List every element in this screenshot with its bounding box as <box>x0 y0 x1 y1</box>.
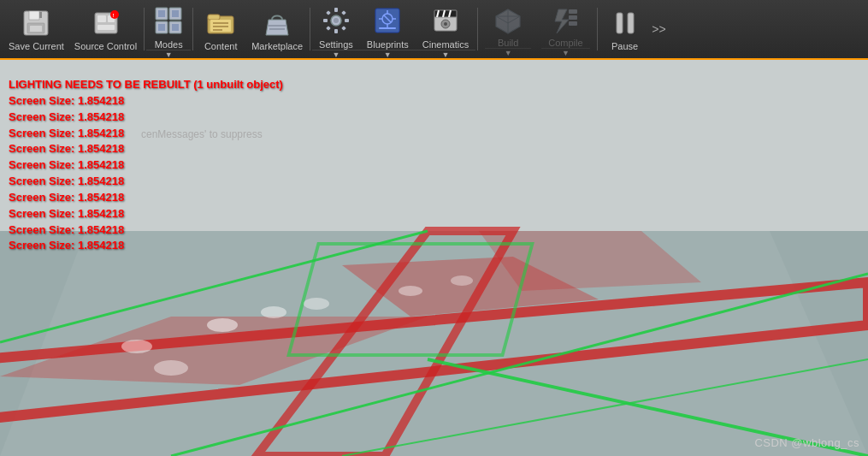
svg-rect-54 <box>569 21 577 26</box>
content-button[interactable]: Content <box>195 2 246 56</box>
svg-point-72 <box>399 286 422 296</box>
svg-point-71 <box>304 298 329 310</box>
separator-1 <box>144 8 145 50</box>
compile-dropdown[interactable]: ▼ <box>541 48 589 57</box>
modes-label: Modes <box>155 39 183 50</box>
svg-rect-16 <box>172 10 179 17</box>
settings-label: Settings <box>319 39 353 50</box>
debug-line-8: Screen Size: 1.854218 <box>9 206 283 222</box>
svg-rect-53 <box>569 15 577 20</box>
build-icon <box>492 5 524 38</box>
overflow-button[interactable]: >> <box>651 2 668 56</box>
svg-rect-17 <box>158 24 165 31</box>
overflow-icon: >> <box>652 22 665 36</box>
settings-icon <box>321 5 351 39</box>
svg-rect-30 <box>334 29 338 33</box>
debug-line-5: Screen Size: 1.854218 <box>9 157 283 174</box>
settings-dropdown[interactable]: ▼ <box>312 50 360 59</box>
separator-5 <box>597 8 598 50</box>
svg-rect-36 <box>341 26 346 31</box>
save-current-icon <box>20 7 52 39</box>
cinematics-button[interactable]: Cinematics ▼ <box>416 2 475 56</box>
cinematics-label: Cinematics <box>422 39 469 50</box>
toolbar: Save Current ! Source Control <box>0 0 868 60</box>
svg-point-9 <box>110 10 119 19</box>
watermark: CSDN @wblong_cs <box>754 436 859 449</box>
svg-point-74 <box>121 340 152 353</box>
debug-line-1: Screen Size: 1.854218 <box>9 93 283 110</box>
marketplace-label: Marketplace <box>251 41 303 51</box>
build-button[interactable]: Build ▼ <box>480 2 536 56</box>
svg-point-51 <box>444 22 447 26</box>
content-label: Content <box>204 41 238 51</box>
debug-line-10: Screen Size: 1.854218 <box>9 238 283 254</box>
viewport: LIGHTING NEEDS TO BE REBUILT (1 unbuilt … <box>0 60 868 456</box>
svg-rect-1 <box>29 11 39 20</box>
lighting-warning: LIGHTING NEEDS TO BE REBUILT (1 unbuilt … <box>9 77 283 93</box>
source-control-label: Source Control <box>74 41 137 51</box>
svg-rect-6 <box>97 15 106 22</box>
svg-rect-32 <box>345 19 349 22</box>
svg-point-70 <box>261 306 286 318</box>
blueprints-label: Blueprints <box>367 39 409 50</box>
svg-rect-35 <box>326 26 331 31</box>
pause-icon <box>609 7 641 39</box>
svg-rect-31 <box>323 19 328 22</box>
svg-rect-52 <box>569 9 577 14</box>
debug-hint: cenMessages' to suppress <box>141 127 263 142</box>
content-icon <box>204 7 237 39</box>
svg-rect-15 <box>158 10 165 17</box>
debug-line-4: Screen Size: 1.854218 <box>9 141 283 157</box>
separator-2 <box>192 8 193 50</box>
svg-point-28 <box>334 18 339 23</box>
modes-dropdown[interactable]: ▼ <box>146 50 191 59</box>
blueprints-icon <box>372 5 403 39</box>
save-current-label: Save Current <box>9 41 64 51</box>
svg-rect-56 <box>628 13 634 33</box>
settings-button[interactable]: Settings ▼ <box>312 2 360 56</box>
svg-point-73 <box>451 275 473 286</box>
save-current-button[interactable]: Save Current <box>3 2 69 56</box>
source-control-icon: ! <box>90 7 122 39</box>
svg-rect-29 <box>334 8 338 12</box>
svg-rect-3 <box>30 26 42 32</box>
svg-rect-26 <box>269 28 285 30</box>
svg-rect-8 <box>97 25 115 30</box>
build-dropdown[interactable]: ▼ <box>485 48 531 57</box>
svg-rect-18 <box>172 24 179 31</box>
svg-point-69 <box>207 318 238 332</box>
svg-text:!: ! <box>112 13 114 18</box>
debug-overlay: LIGHTING NEEDS TO BE REBUILT (1 unbuilt … <box>9 77 283 254</box>
svg-rect-25 <box>268 25 286 27</box>
svg-rect-44 <box>379 27 396 29</box>
svg-rect-55 <box>617 13 623 33</box>
debug-line-6: Screen Size: 1.854218 <box>9 174 283 190</box>
separator-4 <box>477 8 478 50</box>
compile-icon <box>549 5 582 38</box>
modes-icon <box>153 5 184 39</box>
compile-label: Compile <box>548 38 582 48</box>
marketplace-icon <box>261 7 293 39</box>
marketplace-button[interactable]: Marketplace <box>246 2 308 56</box>
modes-button[interactable]: Modes ▼ <box>146 2 191 56</box>
debug-line-2: Screen Size: 1.854218 <box>9 110 283 126</box>
svg-rect-20 <box>208 15 220 20</box>
separator-3 <box>310 8 310 50</box>
cinematics-dropdown[interactable]: ▼ <box>416 50 475 59</box>
svg-rect-34 <box>341 10 346 15</box>
compile-button[interactable]: Compile ▼ <box>536 2 594 56</box>
pause-button[interactable]: Pause <box>599 2 651 56</box>
cinematics-icon <box>430 5 461 39</box>
source-control-button[interactable]: ! Source Control <box>69 2 142 56</box>
blueprints-dropdown[interactable]: ▼ <box>360 50 416 59</box>
svg-point-75 <box>154 360 188 376</box>
pause-label: Pause <box>611 41 638 51</box>
svg-rect-33 <box>326 10 331 15</box>
blueprints-button[interactable]: Blueprints ▼ <box>360 2 416 56</box>
debug-line-7: Screen Size: 1.854218 <box>9 190 283 206</box>
build-label: Build <box>498 38 518 48</box>
debug-line-9: Screen Size: 1.854218 <box>9 222 283 239</box>
svg-rect-4 <box>39 12 42 18</box>
